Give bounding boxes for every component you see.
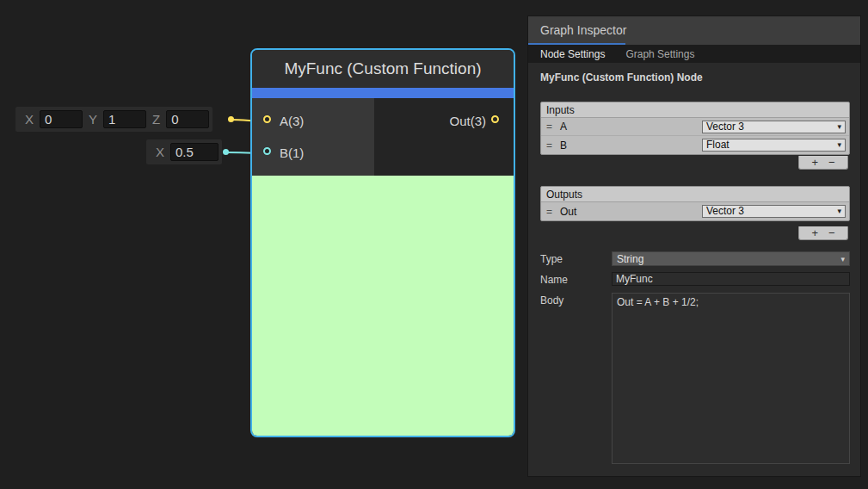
node-header[interactable]: MyFunc (Custom Function) <box>252 50 514 88</box>
vector3-y-field[interactable]: 1 <box>103 110 146 128</box>
remove-output-button[interactable]: − <box>828 227 835 239</box>
dropdown-value: Vector 3 <box>706 121 744 133</box>
remove-input-button[interactable]: − <box>828 157 835 169</box>
inspector-tab-bar: Node Settings Graph Settings <box>528 45 860 63</box>
input-a-name: A <box>560 121 702 133</box>
body-field-label: Body <box>540 294 563 306</box>
vector3-x-field[interactable]: 0 <box>40 110 83 128</box>
vector3-y-label: Y <box>83 112 103 127</box>
chevron-down-icon: ▾ <box>837 121 841 133</box>
output-out-name: Out <box>560 206 702 218</box>
input-b-type-dropdown[interactable]: Float ▾ <box>702 139 846 152</box>
dropdown-value: Float <box>706 139 729 151</box>
vector3-x-label: X <box>19 112 40 127</box>
output-row-out[interactable]: = Out Vector 3 ▾ <box>541 202 849 220</box>
inputs-list-title: Inputs <box>541 102 849 118</box>
port-out-icon[interactable] <box>491 115 499 123</box>
chevron-down-icon: ▾ <box>840 255 845 263</box>
dropdown-value: String <box>617 253 643 265</box>
drag-handle-icon[interactable]: = <box>546 121 552 133</box>
tab-graph-settings[interactable]: Graph Settings <box>625 48 694 60</box>
input-a-type-dropdown[interactable]: Vector 3 ▾ <box>702 121 846 133</box>
output-out-type-dropdown[interactable]: Vector 3 ▾ <box>702 205 846 218</box>
float-input-widget: X 0.5 <box>146 139 222 164</box>
vector3-input-widget: X 0 Y 1 Z 0 <box>15 107 212 132</box>
outputs-list-footer: + − <box>798 226 848 240</box>
node-ports-area: A(3) B(1) Out(3) <box>252 98 514 176</box>
inspector-header[interactable]: Graph Inspector <box>528 16 860 45</box>
port-out-label: Out(3) <box>449 113 486 130</box>
node-accent-bar <box>252 88 514 98</box>
tab-node-settings[interactable]: Node Settings <box>540 48 605 60</box>
name-field-label: Name <box>540 274 568 286</box>
port-a-label: A(3) <box>280 113 304 130</box>
vector3-z-label: Z <box>146 112 166 127</box>
drag-handle-icon[interactable]: = <box>546 206 552 218</box>
float-x-field[interactable]: 0.5 <box>170 143 219 161</box>
input-row-a[interactable]: = A Vector 3 ▾ <box>541 118 849 136</box>
chevron-down-icon: ▾ <box>837 206 841 217</box>
graph-inspector-panel: Graph Inspector Node Settings Graph Sett… <box>527 15 861 477</box>
vector3-z-field[interactable]: 0 <box>166 110 209 128</box>
float-connector-dot[interactable] <box>223 149 229 155</box>
add-input-button[interactable]: + <box>811 157 818 169</box>
node-settings-heading: MyFunc (Custom Function) Node <box>540 71 703 84</box>
inputs-list: Inputs = A Vector 3 ▾ = B Float ▾ <box>540 102 850 155</box>
node-preview <box>252 176 514 436</box>
node-input-ports-panel <box>252 98 374 176</box>
name-input[interactable]: MyFunc <box>612 272 850 286</box>
vector3-connector-dot[interactable] <box>228 116 234 122</box>
inspector-title: Graph Inspector <box>540 23 626 37</box>
port-a-icon[interactable] <box>263 115 271 123</box>
input-row-b[interactable]: = B Float ▾ <box>541 136 849 154</box>
dropdown-value: Vector 3 <box>706 206 744 217</box>
port-b-icon[interactable] <box>263 147 271 155</box>
type-dropdown[interactable]: String ▾ <box>612 251 850 266</box>
body-textarea[interactable]: Out = A + B + 1/2; <box>612 293 850 464</box>
drag-handle-icon[interactable]: = <box>546 139 552 152</box>
outputs-list-title: Outputs <box>541 187 849 202</box>
port-b-label: B(1) <box>280 145 304 162</box>
custom-function-node[interactable]: MyFunc (Custom Function) A(3) B(1) Out(3… <box>250 48 515 437</box>
type-field-label: Type <box>540 253 563 265</box>
node-title: MyFunc (Custom Function) <box>252 50 514 88</box>
input-b-name: B <box>560 139 702 152</box>
float-x-label: X <box>150 145 170 159</box>
add-output-button[interactable]: + <box>811 227 818 239</box>
inputs-list-footer: + − <box>798 156 848 170</box>
chevron-down-icon: ▾ <box>837 139 841 151</box>
outputs-list: Outputs = Out Vector 3 ▾ <box>540 186 850 221</box>
